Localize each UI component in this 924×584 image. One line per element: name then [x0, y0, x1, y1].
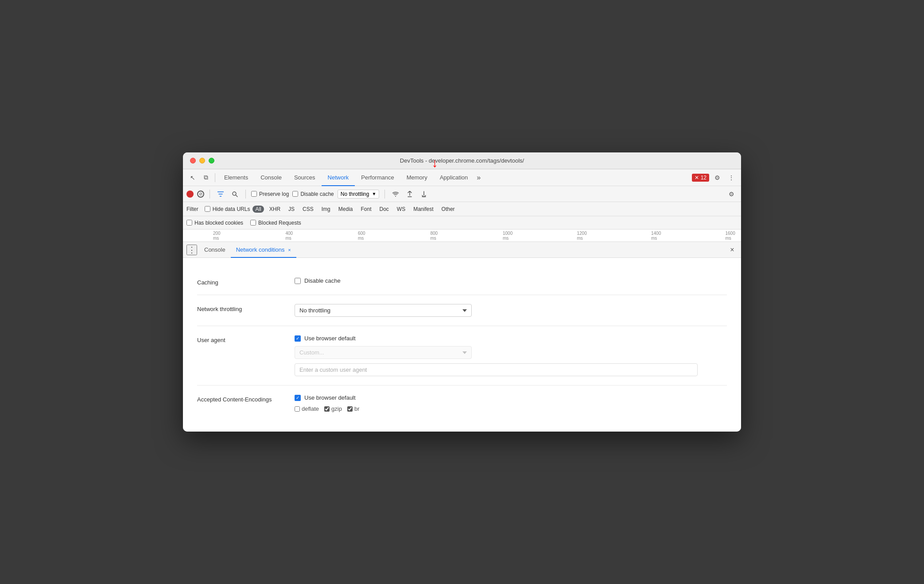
filter-bar: Filter Hide data URLs All XHR JS CSS Img…: [183, 202, 741, 216]
disable-cache-row: Disable cache: [295, 277, 727, 284]
panel-menu-icon[interactable]: ⋮: [186, 245, 197, 255]
toolbar-right: ✕ 12 ⚙ ⋮: [692, 171, 738, 184]
upload-icon[interactable]: [404, 189, 415, 199]
tab-sources[interactable]: Sources: [288, 169, 322, 186]
throttling-row: Network throttling No throttling Fast 3G…: [197, 295, 727, 326]
toolbar-divider-2: [210, 190, 210, 199]
content-encodings-row: Accepted Content-Encodings ✓ Use browser…: [197, 385, 727, 421]
close-panel-button[interactable]: ×: [727, 245, 738, 255]
bottom-tabs: ⋮ Console Network conditions × ×: [183, 242, 741, 258]
filter-icon[interactable]: [215, 189, 226, 199]
blocked-requests-input[interactable]: [250, 220, 256, 226]
filter-type-font[interactable]: Font: [358, 206, 374, 213]
user-agent-row: User agent ✓ Use browser default Custom.…: [197, 326, 727, 385]
error-badge[interactable]: ✕ 12: [692, 174, 709, 182]
tab-application[interactable]: Application: [434, 169, 474, 186]
filter-type-doc[interactable]: Doc: [377, 206, 392, 213]
throttling-controls: No throttling Fast 3G Slow 3G Offline Cu…: [295, 304, 727, 317]
svg-line-1: [236, 195, 237, 197]
tab-memory[interactable]: Memory: [400, 169, 434, 186]
custom-ua-input[interactable]: [295, 363, 698, 376]
timeline-ticks: 200 ms 400 ms 600 ms 800 ms 1000 ms 1200…: [186, 231, 738, 241]
network-conditions-close[interactable]: ×: [288, 247, 291, 253]
use-browser-default-enc-row: ✓ Use browser default: [295, 394, 727, 401]
layers-icon[interactable]: ⧉: [200, 171, 212, 184]
throttling-select[interactable]: No throttling Fast 3G Slow 3G Offline Cu…: [295, 304, 472, 317]
blocked-requests-label: Blocked Requests: [258, 220, 301, 226]
toolbar-divider-1: [215, 173, 215, 182]
caching-label: Caching: [197, 277, 295, 286]
use-browser-default-label: Use browser default: [304, 335, 356, 342]
disable-cache-nc-input[interactable]: [295, 278, 301, 284]
filter-type-img[interactable]: Img: [319, 206, 333, 213]
throttle-chevron: ▼: [372, 191, 376, 196]
has-blocked-cookies-checkbox[interactable]: Has blocked cookies: [186, 220, 243, 226]
tab-elements[interactable]: Elements: [218, 169, 254, 186]
timeline-bar: 200 ms 400 ms 600 ms 800 ms 1000 ms 1200…: [183, 230, 741, 242]
blocked-bar: Has blocked cookies Blocked Requests: [183, 216, 741, 230]
tick-1400: 1400 ms: [651, 231, 664, 241]
tab-console[interactable]: Console: [254, 169, 288, 186]
tick-200: 200 ms: [213, 231, 224, 241]
has-blocked-cookies-label: Has blocked cookies: [194, 220, 243, 226]
cursor-icon[interactable]: ↖: [186, 171, 199, 184]
encoding-checkboxes: deflate gzip br: [295, 405, 727, 412]
network-toolbar: ⊘ Preserve log Disable cache No throttli…: [183, 186, 741, 202]
filter-type-css[interactable]: CSS: [300, 206, 316, 213]
br-item: br: [347, 405, 360, 412]
disable-cache-nc-label: Disable cache: [304, 277, 341, 284]
use-browser-default-enc-checkbox[interactable]: ✓: [295, 395, 301, 401]
caching-controls: Disable cache: [295, 277, 727, 284]
preserve-log-checkbox[interactable]: Preserve log: [251, 191, 289, 197]
deflate-checkbox[interactable]: [295, 406, 300, 412]
has-blocked-cookies-input[interactable]: [186, 220, 192, 226]
disable-cache-input[interactable]: [292, 191, 298, 197]
more-tabs-button[interactable]: »: [474, 169, 483, 186]
network-conditions-tab-label: Network conditions: [236, 246, 285, 253]
caching-row: Caching Disable cache: [197, 269, 727, 295]
clear-button[interactable]: ⊘: [197, 191, 204, 198]
deflate-label: deflate: [302, 405, 319, 412]
filter-type-manifest[interactable]: Manifest: [411, 206, 436, 213]
hide-data-urls-label: Hide data URLs: [213, 206, 250, 212]
br-checkbox[interactable]: [347, 406, 353, 412]
tab-console-bottom[interactable]: Console: [199, 242, 231, 258]
network-settings-icon[interactable]: ⚙: [725, 188, 738, 200]
tab-network-conditions[interactable]: Network conditions ×: [231, 242, 296, 258]
filter-type-ws[interactable]: WS: [394, 206, 408, 213]
filter-type-all[interactable]: All: [252, 206, 264, 213]
record-button[interactable]: [186, 191, 194, 198]
search-icon[interactable]: [229, 189, 240, 199]
custom-ua-select[interactable]: Custom...: [295, 346, 472, 359]
blocked-requests-checkbox[interactable]: Blocked Requests: [250, 220, 301, 226]
filter-type-other[interactable]: Other: [439, 206, 458, 213]
tab-network[interactable]: Network: [322, 169, 355, 186]
deflate-item: deflate: [295, 405, 319, 412]
network-conditions-content: Caching Disable cache Network throttling…: [183, 258, 741, 432]
filter-type-xhr[interactable]: XHR: [267, 206, 283, 213]
content-encodings-label: Accepted Content-Encodings: [197, 394, 295, 403]
hide-data-urls-input[interactable]: [205, 206, 210, 212]
hide-data-urls-checkbox[interactable]: Hide data URLs: [205, 206, 250, 212]
customize-icon[interactable]: ⋮: [725, 171, 738, 184]
filter-type-js[interactable]: JS: [286, 206, 297, 213]
download-icon[interactable]: [419, 189, 429, 199]
throttle-dropdown[interactable]: No throttling ▼: [338, 190, 380, 199]
filter-type-media[interactable]: Media: [336, 206, 356, 213]
devtools-toolbar: ↖ ⧉ Elements Console Sources Network Per…: [183, 169, 741, 186]
gzip-checkbox[interactable]: [324, 406, 330, 412]
use-browser-default-checkbox[interactable]: ✓: [295, 335, 301, 342]
traffic-lights: [190, 158, 214, 164]
maximize-traffic-light[interactable]: [209, 158, 214, 164]
tab-performance[interactable]: Performance: [355, 169, 400, 186]
settings-icon[interactable]: ⚙: [711, 171, 723, 184]
filter-label: Filter: [186, 206, 198, 212]
wifi-icon[interactable]: [390, 189, 401, 199]
disable-cache-checkbox[interactable]: Disable cache: [292, 191, 334, 197]
user-agent-label: User agent: [197, 335, 295, 343]
minimize-traffic-light[interactable]: [199, 158, 205, 164]
preserve-log-input[interactable]: [251, 191, 257, 197]
error-count: 12: [701, 175, 707, 181]
throttle-value: No throttling: [341, 191, 369, 197]
close-traffic-light[interactable]: [190, 158, 196, 164]
